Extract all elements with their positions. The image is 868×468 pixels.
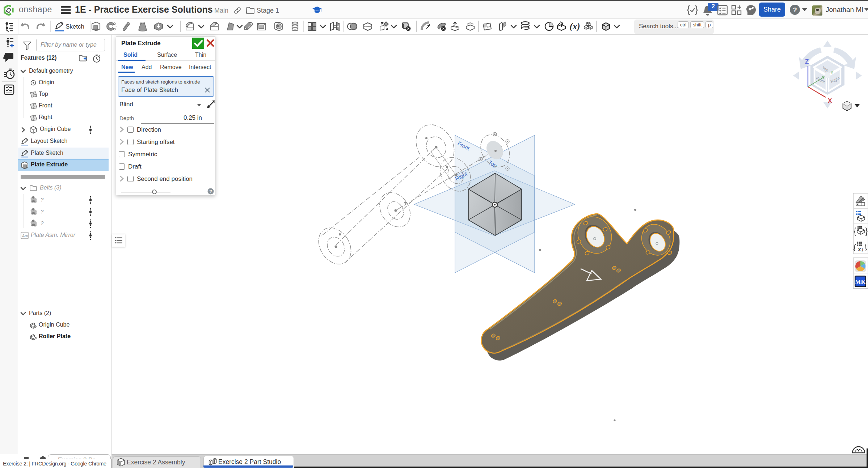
svg-text:?: ? [793, 6, 797, 14]
svg-text:Sketch: Sketch [66, 23, 84, 30]
svg-text:X: X [828, 97, 832, 104]
svg-text:Z: Z [805, 58, 809, 65]
svg-text:Y: Y [830, 70, 834, 75]
svg-text:?: ? [209, 189, 212, 194]
svg-text:Am: Am [22, 234, 28, 238]
svg-text:(x): (x) [569, 21, 580, 31]
